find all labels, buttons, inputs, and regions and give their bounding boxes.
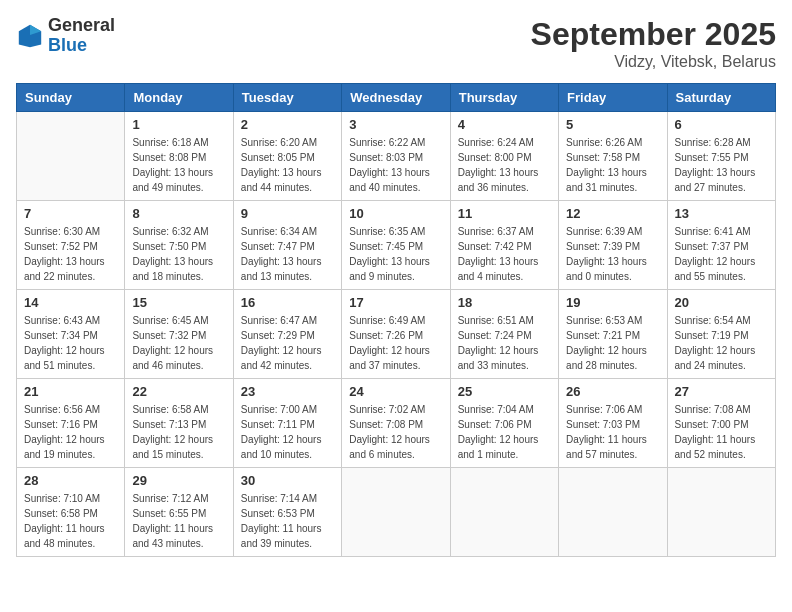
calendar-cell: 27Sunrise: 7:08 AMSunset: 7:00 PMDayligh… [667,379,775,468]
calendar-week-row: 14Sunrise: 6:43 AMSunset: 7:34 PMDayligh… [17,290,776,379]
day-number: 7 [24,206,117,221]
calendar-cell: 12Sunrise: 6:39 AMSunset: 7:39 PMDayligh… [559,201,667,290]
day-info: Sunrise: 6:30 AMSunset: 7:52 PMDaylight:… [24,224,117,284]
day-info: Sunrise: 7:14 AMSunset: 6:53 PMDaylight:… [241,491,334,551]
day-info: Sunrise: 7:12 AMSunset: 6:55 PMDaylight:… [132,491,225,551]
day-number: 20 [675,295,768,310]
day-number: 9 [241,206,334,221]
day-info: Sunrise: 7:02 AMSunset: 7:08 PMDaylight:… [349,402,442,462]
day-info: Sunrise: 7:06 AMSunset: 7:03 PMDaylight:… [566,402,659,462]
calendar-cell: 4Sunrise: 6:24 AMSunset: 8:00 PMDaylight… [450,112,558,201]
calendar-week-row: 1Sunrise: 6:18 AMSunset: 8:08 PMDaylight… [17,112,776,201]
day-number: 12 [566,206,659,221]
logo-icon [16,22,44,50]
calendar-cell: 3Sunrise: 6:22 AMSunset: 8:03 PMDaylight… [342,112,450,201]
day-number: 10 [349,206,442,221]
calendar-week-row: 21Sunrise: 6:56 AMSunset: 7:16 PMDayligh… [17,379,776,468]
day-info: Sunrise: 7:08 AMSunset: 7:00 PMDaylight:… [675,402,768,462]
calendar-cell [342,468,450,557]
calendar-week-row: 7Sunrise: 6:30 AMSunset: 7:52 PMDaylight… [17,201,776,290]
day-number: 1 [132,117,225,132]
calendar-week-row: 28Sunrise: 7:10 AMSunset: 6:58 PMDayligh… [17,468,776,557]
location-title: Vidzy, Vitebsk, Belarus [531,53,776,71]
calendar-cell: 8Sunrise: 6:32 AMSunset: 7:50 PMDaylight… [125,201,233,290]
day-header-thursday: Thursday [450,84,558,112]
day-info: Sunrise: 6:51 AMSunset: 7:24 PMDaylight:… [458,313,551,373]
day-info: Sunrise: 6:43 AMSunset: 7:34 PMDaylight:… [24,313,117,373]
day-header-friday: Friday [559,84,667,112]
day-number: 16 [241,295,334,310]
calendar-cell: 24Sunrise: 7:02 AMSunset: 7:08 PMDayligh… [342,379,450,468]
day-number: 3 [349,117,442,132]
day-info: Sunrise: 6:47 AMSunset: 7:29 PMDaylight:… [241,313,334,373]
calendar-cell: 19Sunrise: 6:53 AMSunset: 7:21 PMDayligh… [559,290,667,379]
calendar-cell: 9Sunrise: 6:34 AMSunset: 7:47 PMDaylight… [233,201,341,290]
day-info: Sunrise: 6:32 AMSunset: 7:50 PMDaylight:… [132,224,225,284]
page-header: General Blue September 2025 Vidzy, Viteb… [16,16,776,71]
calendar-cell: 21Sunrise: 6:56 AMSunset: 7:16 PMDayligh… [17,379,125,468]
calendar-cell: 30Sunrise: 7:14 AMSunset: 6:53 PMDayligh… [233,468,341,557]
day-number: 14 [24,295,117,310]
calendar-cell [17,112,125,201]
day-info: Sunrise: 6:18 AMSunset: 8:08 PMDaylight:… [132,135,225,195]
calendar-header-row: SundayMondayTuesdayWednesdayThursdayFrid… [17,84,776,112]
day-info: Sunrise: 6:22 AMSunset: 8:03 PMDaylight:… [349,135,442,195]
calendar-cell: 2Sunrise: 6:20 AMSunset: 8:05 PMDaylight… [233,112,341,201]
day-info: Sunrise: 6:37 AMSunset: 7:42 PMDaylight:… [458,224,551,284]
logo-general-text: General [48,15,115,35]
day-number: 28 [24,473,117,488]
calendar-cell: 11Sunrise: 6:37 AMSunset: 7:42 PMDayligh… [450,201,558,290]
day-number: 27 [675,384,768,399]
day-info: Sunrise: 6:20 AMSunset: 8:05 PMDaylight:… [241,135,334,195]
calendar-cell: 28Sunrise: 7:10 AMSunset: 6:58 PMDayligh… [17,468,125,557]
day-info: Sunrise: 6:26 AMSunset: 7:58 PMDaylight:… [566,135,659,195]
calendar-cell: 10Sunrise: 6:35 AMSunset: 7:45 PMDayligh… [342,201,450,290]
calendar-table: SundayMondayTuesdayWednesdayThursdayFrid… [16,83,776,557]
day-info: Sunrise: 7:10 AMSunset: 6:58 PMDaylight:… [24,491,117,551]
day-info: Sunrise: 6:45 AMSunset: 7:32 PMDaylight:… [132,313,225,373]
calendar-cell: 1Sunrise: 6:18 AMSunset: 8:08 PMDaylight… [125,112,233,201]
logo: General Blue [16,16,115,56]
day-number: 18 [458,295,551,310]
calendar-cell: 15Sunrise: 6:45 AMSunset: 7:32 PMDayligh… [125,290,233,379]
title-block: September 2025 Vidzy, Vitebsk, Belarus [531,16,776,71]
day-number: 19 [566,295,659,310]
calendar-cell: 17Sunrise: 6:49 AMSunset: 7:26 PMDayligh… [342,290,450,379]
day-number: 4 [458,117,551,132]
day-header-sunday: Sunday [17,84,125,112]
calendar-cell [667,468,775,557]
calendar-cell: 7Sunrise: 6:30 AMSunset: 7:52 PMDaylight… [17,201,125,290]
day-number: 26 [566,384,659,399]
day-info: Sunrise: 6:41 AMSunset: 7:37 PMDaylight:… [675,224,768,284]
day-info: Sunrise: 6:34 AMSunset: 7:47 PMDaylight:… [241,224,334,284]
month-title: September 2025 [531,16,776,53]
day-info: Sunrise: 6:54 AMSunset: 7:19 PMDaylight:… [675,313,768,373]
calendar-cell: 16Sunrise: 6:47 AMSunset: 7:29 PMDayligh… [233,290,341,379]
day-number: 21 [24,384,117,399]
day-header-saturday: Saturday [667,84,775,112]
day-number: 24 [349,384,442,399]
day-number: 17 [349,295,442,310]
day-number: 29 [132,473,225,488]
calendar-cell: 26Sunrise: 7:06 AMSunset: 7:03 PMDayligh… [559,379,667,468]
day-number: 22 [132,384,225,399]
day-info: Sunrise: 6:49 AMSunset: 7:26 PMDaylight:… [349,313,442,373]
day-info: Sunrise: 6:24 AMSunset: 8:00 PMDaylight:… [458,135,551,195]
day-info: Sunrise: 6:35 AMSunset: 7:45 PMDaylight:… [349,224,442,284]
day-info: Sunrise: 6:58 AMSunset: 7:13 PMDaylight:… [132,402,225,462]
day-info: Sunrise: 6:28 AMSunset: 7:55 PMDaylight:… [675,135,768,195]
day-header-monday: Monday [125,84,233,112]
day-number: 25 [458,384,551,399]
day-info: Sunrise: 6:56 AMSunset: 7:16 PMDaylight:… [24,402,117,462]
day-number: 23 [241,384,334,399]
day-header-tuesday: Tuesday [233,84,341,112]
day-number: 2 [241,117,334,132]
calendar-cell [450,468,558,557]
calendar-cell: 5Sunrise: 6:26 AMSunset: 7:58 PMDaylight… [559,112,667,201]
day-number: 5 [566,117,659,132]
calendar-cell: 14Sunrise: 6:43 AMSunset: 7:34 PMDayligh… [17,290,125,379]
day-number: 6 [675,117,768,132]
day-info: Sunrise: 6:39 AMSunset: 7:39 PMDaylight:… [566,224,659,284]
day-info: Sunrise: 7:00 AMSunset: 7:11 PMDaylight:… [241,402,334,462]
day-number: 13 [675,206,768,221]
